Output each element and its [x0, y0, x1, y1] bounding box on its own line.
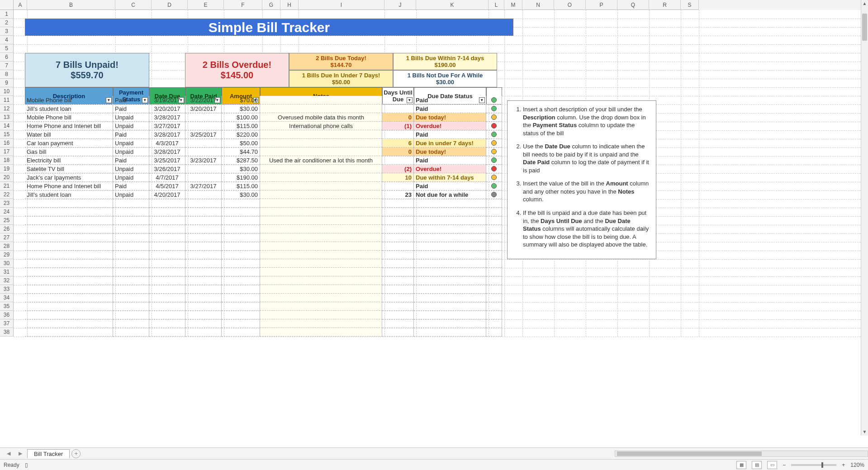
cell-description[interactable]: Home Phone and Intenet bill — [25, 182, 113, 190]
cell-due-date-status[interactable]: Paid — [414, 156, 486, 165]
cell-description[interactable]: Mobile Phone bill — [25, 96, 113, 104]
cell-due-date-status[interactable]: Paid — [414, 182, 486, 190]
cell-date-due[interactable]: 3/20/2017 — [149, 104, 185, 113]
cell-payment-status[interactable]: Paid — [113, 182, 149, 190]
cell-payment-status[interactable]: Unpaid — [113, 113, 149, 122]
row-header-8[interactable]: 8 — [0, 70, 14, 79]
table-row-empty[interactable] — [25, 225, 502, 233]
tab-nav-prev-icon[interactable]: ◀ — [4, 451, 14, 456]
cell-due-date-status[interactable]: Due today! — [414, 147, 486, 156]
row-header-34[interactable]: 34 — [0, 294, 14, 302]
table-row-empty[interactable] — [25, 199, 502, 208]
cell-days-until-due[interactable] — [382, 96, 414, 104]
zoom-level[interactable]: 120% — [850, 462, 864, 468]
cell-description[interactable]: Mobile Phone bill — [25, 113, 113, 122]
table-row[interactable]: Jill's student loan Unpaid 4/20/2017 $30… — [25, 190, 502, 199]
row-header-35[interactable]: 35 — [0, 302, 14, 311]
zoom-handle[interactable] — [821, 462, 823, 468]
table-row[interactable]: Electricity bill Paid 3/25/2017 3/23/201… — [25, 156, 502, 165]
row-header-31[interactable]: 31 — [0, 268, 14, 276]
cell-date-paid[interactable] — [185, 147, 222, 156]
cell-payment-status[interactable]: Unpaid — [113, 173, 149, 182]
col-header-E[interactable]: E — [188, 0, 224, 10]
cell-date-paid[interactable] — [185, 122, 222, 130]
table-row[interactable]: Jack's car lpayments Unpaid 4/7/2017 $19… — [25, 173, 502, 182]
row-header-4[interactable]: 4 — [0, 36, 14, 44]
cell-payment-status[interactable]: Paid — [113, 156, 149, 165]
col-header-L[interactable]: L — [489, 0, 504, 10]
col-header-B[interactable]: B — [27, 0, 115, 10]
table-row[interactable]: Home Phone and Intenet bill Paid 4/5/201… — [25, 182, 502, 190]
cell-payment-status[interactable]: Unpaid — [113, 139, 149, 147]
cell-amount[interactable]: $70.00 — [222, 96, 260, 104]
cell-date-due[interactable]: 3/28/2017 — [149, 147, 185, 156]
cell-description[interactable]: Home Phone and Intenet bill — [25, 122, 113, 130]
cell-days-until-due[interactable]: (2) — [382, 165, 414, 173]
tab-nav-next-icon[interactable]: ▶ — [15, 451, 25, 456]
cell-due-date-status[interactable]: Due within 7-14 days — [414, 173, 486, 182]
cell-date-paid[interactable]: 3/27/2017 — [185, 182, 222, 190]
cell-payment-status[interactable]: Paid — [113, 96, 149, 104]
cell-notes[interactable] — [260, 173, 382, 182]
table-row-empty[interactable] — [25, 259, 502, 268]
cell-days-until-due[interactable]: 23 — [382, 190, 414, 199]
row-header-17[interactable]: 17 — [0, 147, 14, 156]
cell-date-due[interactable]: 4/7/2017 — [149, 173, 185, 182]
table-row-empty[interactable] — [25, 233, 502, 242]
table-row-empty[interactable] — [25, 285, 502, 294]
row-header-16[interactable]: 16 — [0, 139, 14, 147]
table-row[interactable]: Jill's student loan Paid 3/20/2017 3/20/… — [25, 104, 502, 113]
cell-description[interactable]: Jack's car lpayments — [25, 173, 113, 182]
cell-date-due[interactable]: 4/20/2017 — [149, 190, 185, 199]
cell-due-date-status[interactable]: Overdue! — [414, 165, 486, 173]
grid[interactable]: Simple Bill Tracker 7 Bills Unpaid! $559… — [14, 10, 861, 436]
scroll-up-icon[interactable]: ▲ — [861, 0, 868, 7]
cell-notes[interactable] — [260, 104, 382, 113]
cell-due-date-status[interactable]: Not due for a while — [414, 190, 486, 199]
cell-notes[interactable] — [260, 130, 382, 139]
cell-due-date-status[interactable]: Paid — [414, 104, 486, 113]
cell-due-date-status[interactable]: Overdue! — [414, 122, 486, 130]
cell-amount[interactable]: $44.70 — [222, 147, 260, 156]
select-all-corner[interactable] — [0, 0, 14, 10]
row-header-23[interactable]: 23 — [0, 199, 14, 208]
table-row[interactable]: Car loan payment Unpaid 4/3/2017 $50.00 … — [25, 139, 502, 147]
cell-amount[interactable]: $100.00 — [222, 113, 260, 122]
col-header-O[interactable]: O — [554, 0, 586, 10]
col-header-M[interactable]: M — [504, 0, 522, 10]
table-row-empty[interactable] — [25, 268, 502, 276]
table-row-empty[interactable] — [25, 242, 502, 251]
cell-notes[interactable]: Used the air conditioner a lot this mont… — [260, 156, 382, 165]
row-header-12[interactable]: 12 — [0, 104, 14, 113]
row-header-7[interactable]: 7 — [0, 62, 14, 70]
zoom-slider[interactable] — [791, 464, 836, 466]
view-normal-button[interactable]: ▦ — [736, 461, 746, 469]
table-row[interactable]: Gas bill Unpaid 3/28/2017 $44.70 0 Due t… — [25, 147, 502, 156]
macro-record-icon[interactable]: ▯ — [25, 462, 28, 468]
cell-description[interactable]: Electricity bill — [25, 156, 113, 165]
cell-notes[interactable] — [260, 139, 382, 147]
cell-days-until-due[interactable]: 0 — [382, 113, 414, 122]
table-row[interactable]: Satelite TV bill Unpaid 3/26/2017 $30.00… — [25, 165, 502, 173]
col-header-K[interactable]: K — [416, 0, 489, 10]
col-header-Q[interactable]: Q — [617, 0, 649, 10]
col-header-N[interactable]: N — [522, 0, 554, 10]
cell-date-paid[interactable] — [185, 113, 222, 122]
row-header-33[interactable]: 33 — [0, 285, 14, 294]
cell-days-until-due[interactable] — [382, 156, 414, 165]
cell-date-paid[interactable] — [185, 173, 222, 182]
table-row-empty[interactable] — [25, 302, 502, 311]
cell-payment-status[interactable]: Unpaid — [113, 122, 149, 130]
row-header-10[interactable]: 10 — [0, 87, 14, 96]
cell-date-paid[interactable]: 3/23/2017 — [185, 156, 222, 165]
row-header-29[interactable]: 29 — [0, 251, 14, 259]
row-header-6[interactable]: 6 — [0, 53, 14, 62]
cell-description[interactable]: Satelite TV bill — [25, 165, 113, 173]
cell-notes[interactable] — [260, 96, 382, 104]
table-row-empty[interactable] — [25, 251, 502, 259]
zoom-out-button[interactable]: − — [783, 462, 786, 468]
cell-days-until-due[interactable]: (1) — [382, 122, 414, 130]
cell-amount[interactable]: $30.00 — [222, 165, 260, 173]
cell-amount[interactable]: $115.00 — [222, 122, 260, 130]
row-header-28[interactable]: 28 — [0, 242, 14, 251]
